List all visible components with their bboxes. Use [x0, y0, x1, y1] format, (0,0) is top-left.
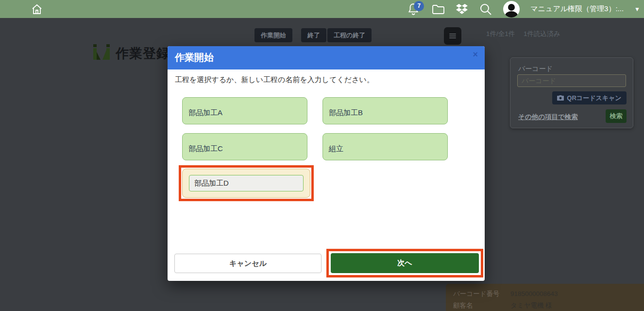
list-view-button[interactable] — [444, 27, 461, 45]
qr-scan-button[interactable]: QRコードスキャン — [552, 91, 627, 104]
cancel-button[interactable]: キャンセル — [174, 254, 322, 273]
close-icon[interactable]: × — [473, 50, 478, 59]
record-value: 9185000008643 — [510, 288, 558, 300]
process-option-a-button[interactable]: 部品加工A — [182, 97, 307, 124]
avatar[interactable] — [503, 1, 520, 17]
search-button[interactable]: 検索 — [606, 109, 627, 123]
page-title: 作業登録 — [116, 45, 170, 62]
folder-icon[interactable] — [432, 4, 445, 15]
record-row-customer: 顧客名 タミヤ電機 様 — [453, 300, 644, 311]
record-count-loaded: 1件読込済み — [524, 30, 560, 37]
barcode-input[interactable] — [517, 74, 626, 87]
search-icon[interactable] — [479, 2, 492, 16]
modal-title: 作業開始 — [175, 51, 214, 64]
record-row-barcode: バーコード番号 9185000008643 — [453, 288, 644, 300]
record-label: 顧客名 — [453, 300, 510, 311]
record-value: タミヤ電機 様 — [510, 300, 552, 311]
process-option-assembly-button[interactable]: 組立 — [322, 133, 448, 160]
camera-icon — [557, 95, 564, 101]
menu-icon[interactable] — [9, 6, 18, 13]
start-work-button[interactable]: 作業開始 — [254, 28, 292, 42]
highlight-annotation-input — [179, 165, 314, 201]
dropbox-icon[interactable] — [456, 3, 468, 15]
notifications-bell-icon[interactable]: 7 — [406, 2, 421, 17]
record-label: バーコード番号 — [453, 288, 510, 300]
modal-message: 工程を選択するか、新しい工程の名前を入力してください。 — [175, 75, 374, 85]
list-icon — [449, 34, 456, 38]
barcode-search-panel: バーコード QRコードスキャン その他の項目で検索 検索 — [510, 57, 633, 128]
notification-badge: 7 — [414, 1, 424, 11]
end-process-button[interactable]: 工程の終了 — [327, 28, 372, 42]
record-count-current: 1件/全1件 — [486, 30, 515, 37]
other-search-link[interactable]: その他の項目で検索 — [518, 113, 578, 121]
new-process-input[interactable] — [189, 175, 304, 191]
end-button[interactable]: 終了 — [301, 28, 326, 42]
home-icon[interactable] — [31, 3, 43, 15]
process-option-c-button[interactable]: 部品加工C — [182, 133, 307, 160]
start-work-modal: 作業開始 × 工程を選択するか、新しい工程の名前を入力してください。 部品加工A… — [168, 46, 485, 281]
modal-header: 作業開始 × — [168, 46, 485, 69]
process-option-b-button[interactable]: 部品加工B — [322, 97, 448, 124]
record-card: バーコード番号 9185000008643 顧客名 タミヤ電機 様 — [446, 284, 644, 311]
topbar: 7 マニュアル権限（管理3）:... ▼ — [0, 0, 644, 18]
caret-down-icon[interactable]: ▼ — [634, 6, 640, 13]
qr-scan-label: QRコードスキャン — [567, 94, 621, 103]
record-count: 1件/全1件 1件読込済み — [486, 30, 567, 38]
highlight-annotation-next: 次へ — [326, 249, 483, 277]
app-logo-icon — [92, 43, 111, 61]
next-button[interactable]: 次へ — [331, 253, 479, 273]
new-process-field-wrap — [182, 169, 310, 198]
barcode-label: バーコード — [518, 65, 553, 73]
user-menu-label[interactable]: マニュアル権限（管理3）:... — [530, 4, 624, 14]
